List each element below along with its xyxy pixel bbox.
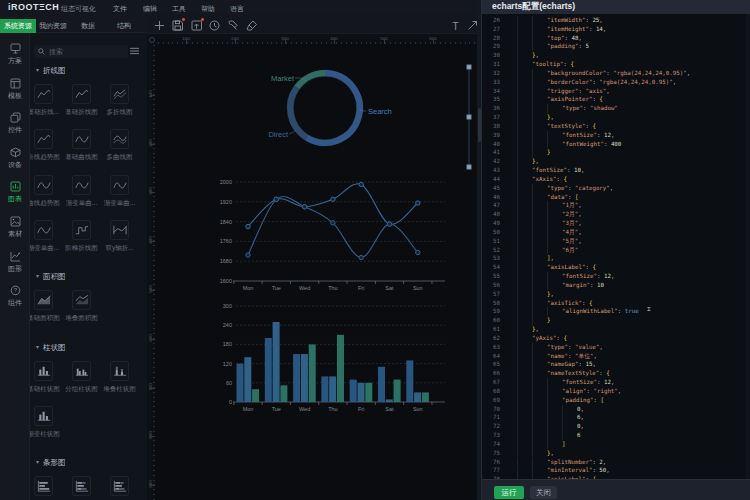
section-4[interactable]: ▾条形图 bbox=[30, 458, 147, 468]
indent-guide bbox=[532, 263, 533, 272]
library-item[interactable]: 阶梯折线图 bbox=[72, 220, 91, 253]
indent-guide bbox=[547, 210, 548, 219]
template-icon bbox=[10, 78, 21, 89]
rail-item-1[interactable]: 方案 bbox=[0, 43, 30, 66]
menu-1[interactable]: 文件 bbox=[113, 4, 127, 14]
line-number: 57 bbox=[482, 290, 500, 299]
library-item[interactable]: 双y轴折... bbox=[110, 220, 129, 253]
selection-handle[interactable] bbox=[467, 115, 471, 119]
text-icon[interactable]: T bbox=[449, 19, 462, 32]
section-2[interactable]: ▾面积图 bbox=[30, 272, 147, 282]
library-item[interactable]: 渐变柱状图 bbox=[34, 406, 53, 439]
x-tick-label: Mon bbox=[243, 406, 254, 412]
code-line-68: 68"align": "right", bbox=[482, 387, 750, 396]
list-view-icon[interactable] bbox=[130, 47, 139, 55]
library-item[interactable]: 多曲线图 bbox=[110, 129, 129, 162]
x-tick-label: Tue bbox=[272, 285, 281, 291]
library-item[interactable] bbox=[34, 476, 53, 496]
tab-3[interactable]: 数据 bbox=[74, 19, 102, 33]
code-line-69: 69"padding": [ bbox=[482, 396, 750, 405]
library-item[interactable]: 渐变单曲... bbox=[72, 175, 91, 208]
library-item[interactable]: 曲线趋势图 bbox=[34, 175, 53, 208]
code-line-67: 67"fontSize": 12, bbox=[482, 378, 750, 387]
indent-guide bbox=[517, 25, 518, 34]
indent-guide bbox=[517, 431, 518, 440]
indent-guide bbox=[517, 157, 518, 166]
pie-segment-search[interactable] bbox=[306, 73, 359, 143]
rail-item-5[interactable]: 图表 bbox=[0, 181, 30, 204]
menu-5[interactable]: 语言 bbox=[230, 4, 244, 14]
panel-header: echarts配置(echarts) bbox=[482, 0, 750, 14]
plus-icon[interactable] bbox=[153, 19, 166, 32]
code-line-43: 43"fontSize": 10, bbox=[482, 166, 750, 175]
library-item[interactable]: 渐变单曲... bbox=[34, 220, 53, 253]
indent-guide bbox=[562, 413, 563, 422]
indent-guide bbox=[532, 440, 533, 449]
code-line-57: 57}, bbox=[482, 290, 750, 299]
library-item[interactable]: 渐变单曲... bbox=[110, 175, 129, 208]
indent-guide bbox=[517, 405, 518, 414]
section-1[interactable]: ▾折线图 bbox=[30, 66, 147, 76]
indent-guide bbox=[532, 184, 533, 193]
rail-item-2[interactable]: 模板 bbox=[0, 78, 30, 101]
x-tick-label: Fri bbox=[358, 285, 364, 291]
library-item[interactable]: 堆叠柱状图 bbox=[110, 361, 129, 394]
indent-guide bbox=[532, 95, 533, 104]
design-canvas[interactable]: MarketSearchDirect1600168017601840192020… bbox=[155, 44, 477, 500]
line-number: 44 bbox=[482, 175, 500, 184]
code-line-32: 32"backgroundColor": "rgba(24,24,24,0.95… bbox=[482, 69, 750, 78]
code-line-42: 42}, bbox=[482, 157, 750, 166]
library-item[interactable]: 基础折线图 bbox=[72, 84, 91, 117]
rail-item-4[interactable]: 设备 bbox=[0, 147, 30, 170]
tab-4[interactable]: 结构 bbox=[104, 19, 144, 33]
menu-2[interactable]: 编辑 bbox=[143, 4, 157, 14]
tab-2[interactable]: 我的资源 bbox=[36, 19, 70, 33]
indent-guide bbox=[532, 219, 533, 228]
export-icon[interactable] bbox=[190, 19, 203, 32]
rail-item-3[interactable]: 控件 bbox=[0, 112, 30, 135]
library-item[interactable]: 分组柱状图 bbox=[72, 361, 91, 394]
library-item[interactable]: 折线趋势图 bbox=[34, 129, 53, 162]
indent-guide bbox=[517, 299, 518, 308]
library-item[interactable] bbox=[72, 476, 91, 496]
selection-handle[interactable] bbox=[467, 65, 471, 69]
library-item[interactable]: 多折线图 bbox=[110, 84, 129, 117]
save-icon[interactable] bbox=[171, 19, 184, 32]
indent-guide bbox=[562, 422, 563, 431]
library-item[interactable]: 堆叠面积图 bbox=[72, 290, 91, 323]
menu-4[interactable]: 帮助 bbox=[201, 4, 215, 14]
clear-icon[interactable] bbox=[245, 19, 258, 32]
indent-guide bbox=[532, 228, 533, 237]
indent-guide bbox=[532, 378, 533, 387]
indent-guide bbox=[547, 131, 548, 140]
data-point bbox=[331, 197, 335, 201]
selection-handle[interactable] bbox=[467, 165, 471, 169]
history-icon[interactable] bbox=[208, 19, 221, 32]
editor-scrollbar[interactable] bbox=[746, 14, 750, 479]
tool-icon[interactable] bbox=[226, 19, 239, 32]
line-number: 72 bbox=[482, 422, 500, 431]
line-number: 71 bbox=[482, 413, 500, 422]
pie-segment-direct[interactable] bbox=[290, 88, 306, 138]
line-number: 61 bbox=[482, 325, 500, 334]
tab-1[interactable]: 系统资源 bbox=[0, 19, 36, 33]
section-3[interactable]: ▾柱状图 bbox=[30, 343, 147, 353]
library-item[interactable]: 基础面积图 bbox=[34, 290, 53, 323]
resource-tabbar: 系统资源我的资源数据结构 bbox=[0, 14, 147, 33]
code-editor[interactable]: 26"itemWidth": 25,27"itemHeight": 14,28"… bbox=[482, 14, 750, 479]
library-item[interactable]: 基础柱状图 bbox=[34, 361, 53, 394]
rail-item-7[interactable]: 图形 bbox=[0, 251, 30, 274]
bar bbox=[329, 376, 336, 402]
rail-item-6[interactable]: 素材 bbox=[0, 216, 30, 239]
run-button[interactable]: 运行 bbox=[494, 486, 524, 499]
library-item[interactable]: 基础折线... bbox=[34, 84, 53, 117]
pie-segment-market[interactable] bbox=[297, 73, 325, 87]
indent-guide bbox=[517, 193, 518, 202]
bar bbox=[350, 380, 357, 402]
close-button[interactable]: 关闭 bbox=[530, 486, 557, 499]
search-input[interactable]: 搜索 bbox=[34, 45, 128, 58]
library-item[interactable]: 基础曲线图 bbox=[72, 129, 91, 162]
menu-3[interactable]: 工具 bbox=[172, 4, 186, 14]
library-item[interactable] bbox=[110, 476, 129, 496]
rail-item-8[interactable]: ?组件 bbox=[0, 285, 30, 308]
